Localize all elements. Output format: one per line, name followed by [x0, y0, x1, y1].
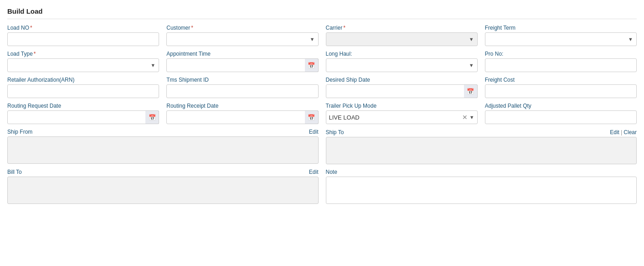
adjusted-pallet-qty-group: Adjusted Pallet Qty — [485, 103, 637, 124]
pro-no-group: Pro No: — [485, 51, 637, 72]
long-haul-group: Long Haul: ▼ — [326, 51, 478, 72]
retailer-auth-input[interactable] — [7, 84, 159, 98]
routing-receipt-date-input-wrapper: 📅 — [166, 110, 318, 124]
appointment-time-input[interactable] — [166, 58, 318, 72]
bill-to-edit-link[interactable]: Edit — [309, 169, 319, 175]
routing-receipt-date-input[interactable] — [166, 110, 318, 124]
note-textarea[interactable] — [326, 177, 637, 204]
desired-ship-date-calendar-btn[interactable]: 📅 — [464, 84, 478, 98]
ship-from-label: Ship From — [7, 129, 32, 135]
freight-cost-group: Freight Cost — [485, 77, 637, 98]
freight-term-select-wrapper: ▼ — [485, 32, 637, 46]
desired-ship-date-group: Desired Ship Date 📅 — [326, 77, 478, 98]
load-type-label: Load Type* — [7, 51, 159, 57]
load-no-input[interactable] — [7, 32, 159, 46]
trailer-pickup-mode-clear-icon[interactable]: ✕ — [462, 114, 468, 121]
carrier-select-wrapper: ▼ — [326, 32, 478, 46]
note-label: Note — [326, 169, 637, 175]
freight-cost-input[interactable] — [485, 84, 637, 98]
bill-to-group: Bill To Edit — [7, 169, 319, 204]
adjusted-pallet-qty-label: Adjusted Pallet Qty — [485, 103, 637, 109]
routing-request-date-calendar-btn[interactable]: 📅 — [145, 110, 159, 124]
trailer-pickup-mode-label: Trailer Pick Up Mode — [326, 103, 478, 109]
retailer-auth-label: Retailer Authorization(ARN) — [7, 77, 159, 83]
carrier-group: Carrier* ▼ — [326, 25, 478, 46]
ship-to-clear-link[interactable]: Clear — [623, 129, 637, 136]
appointment-time-group: Appointment Time 📅 — [166, 51, 318, 72]
trailer-pickup-mode-dropdown-icon[interactable]: ▼ — [469, 115, 474, 120]
desired-ship-date-label: Desired Ship Date — [326, 77, 478, 83]
tms-shipment-input[interactable] — [166, 84, 318, 98]
load-no-group: Load NO* — [7, 25, 159, 46]
trailer-pickup-mode-value: LIVE LOAD — [329, 114, 462, 121]
trailer-pickup-mode-wrapper[interactable]: LIVE LOAD ✕ ▼ — [326, 110, 478, 124]
trailer-pickup-mode-group: Trailer Pick Up Mode LIVE LOAD ✕ ▼ — [326, 103, 478, 124]
bill-to-textarea[interactable] — [7, 177, 319, 204]
long-haul-select-wrapper: ▼ — [326, 58, 478, 72]
note-group: Note — [326, 169, 637, 204]
load-type-select[interactable] — [7, 58, 159, 72]
bill-to-label: Bill To — [7, 169, 22, 175]
ship-to-label: Ship To — [326, 129, 344, 136]
routing-receipt-date-label: Routing Receipt Date — [166, 103, 318, 109]
routing-request-date-label: Routing Request Date — [7, 103, 159, 109]
ship-to-textarea[interactable] — [326, 137, 637, 164]
long-haul-select[interactable] — [326, 58, 478, 72]
desired-ship-date-input-wrapper: 📅 — [326, 84, 478, 98]
freight-term-select[interactable] — [485, 32, 637, 46]
routing-request-date-group: Routing Request Date 📅 — [7, 103, 159, 124]
adjusted-pallet-qty-input[interactable] — [485, 110, 637, 124]
freight-term-group: Freight Term ▼ — [485, 25, 637, 46]
ship-from-textarea[interactable] — [7, 136, 319, 164]
appointment-time-calendar-btn[interactable]: 📅 — [305, 58, 319, 72]
page-title: Build Load — [7, 7, 637, 19]
routing-receipt-date-group: Routing Receipt Date 📅 — [166, 103, 318, 124]
routing-request-date-input[interactable] — [7, 110, 159, 124]
pro-no-input[interactable] — [485, 58, 637, 72]
ship-from-edit-link[interactable]: Edit — [309, 129, 319, 135]
ship-to-group: Ship To Edit|Clear — [326, 129, 637, 164]
customer-label: Customer* — [166, 25, 318, 31]
appointment-time-label: Appointment Time — [166, 51, 318, 57]
routing-receipt-date-calendar-btn[interactable]: 📅 — [305, 110, 319, 124]
customer-group: Customer* ▼ — [166, 25, 318, 46]
long-haul-label: Long Haul: — [326, 51, 478, 57]
retailer-auth-group: Retailer Authorization(ARN) — [7, 77, 159, 98]
carrier-select[interactable] — [326, 32, 478, 46]
customer-select-wrapper: ▼ — [166, 32, 318, 46]
desired-ship-date-input[interactable] — [326, 84, 478, 98]
load-no-label: Load NO* — [7, 25, 159, 31]
appointment-time-input-wrapper: 📅 — [166, 58, 318, 72]
freight-cost-label: Freight Cost — [485, 77, 637, 83]
load-type-group: Load Type* ▼ — [7, 51, 159, 72]
ship-from-group: Ship From Edit — [7, 129, 319, 164]
freight-term-label: Freight Term — [485, 25, 637, 31]
carrier-label: Carrier* — [326, 25, 478, 31]
load-type-select-wrapper: ▼ — [7, 58, 159, 72]
tms-shipment-label: Tms Shipment ID — [166, 77, 318, 83]
ship-to-edit-link[interactable]: Edit — [610, 129, 619, 136]
routing-request-date-input-wrapper: 📅 — [7, 110, 159, 124]
customer-select[interactable] — [166, 32, 318, 46]
pro-no-label: Pro No: — [485, 51, 637, 57]
tms-shipment-group: Tms Shipment ID — [166, 77, 318, 98]
